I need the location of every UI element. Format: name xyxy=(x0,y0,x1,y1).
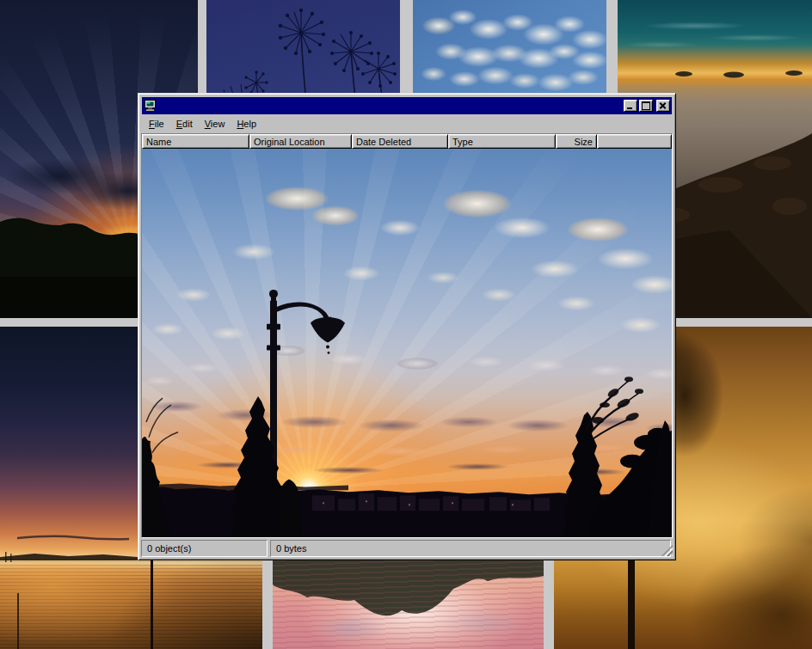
ripples xyxy=(273,546,544,649)
menu-edit[interactable]: Edit xyxy=(170,117,199,131)
titlebar[interactable] xyxy=(142,97,672,114)
column-header-empty[interactable] xyxy=(597,134,672,149)
menubar: File Edit View Help xyxy=(141,114,673,133)
statusbar: 0 object(s) 0 bytes xyxy=(141,540,673,557)
menu-view[interactable]: View xyxy=(199,117,231,131)
desktop: File Edit View Help Name Original Locati… xyxy=(0,0,812,649)
sunset-lamp-photo xyxy=(142,149,672,537)
menu-help[interactable]: Help xyxy=(231,117,262,131)
column-header-original-location[interactable]: Original Location xyxy=(249,134,352,149)
column-header-date-deleted[interactable]: Date Deleted xyxy=(352,134,448,149)
column-header-size[interactable]: Size xyxy=(556,134,597,149)
column-header-name[interactable]: Name xyxy=(142,134,249,149)
recycle-bin-window: File Edit View Help Name Original Locati… xyxy=(138,93,676,560)
status-object-count: 0 object(s) xyxy=(141,540,268,557)
minimize-button[interactable] xyxy=(624,100,637,112)
computer-icon[interactable] xyxy=(144,100,157,112)
cypress-tree-silhouette xyxy=(231,396,286,537)
menu-file[interactable]: File xyxy=(143,117,170,131)
column-header-type[interactable]: Type xyxy=(448,134,556,149)
close-button[interactable] xyxy=(656,100,670,112)
column-header-row: Name Original Location Date Deleted Type… xyxy=(142,134,672,149)
maximize-button[interactable] xyxy=(639,100,653,112)
photo-silhouettes xyxy=(142,149,672,537)
file-list-view[interactable]: Name Original Location Date Deleted Type… xyxy=(141,133,673,538)
status-size: 0 bytes xyxy=(270,540,671,557)
